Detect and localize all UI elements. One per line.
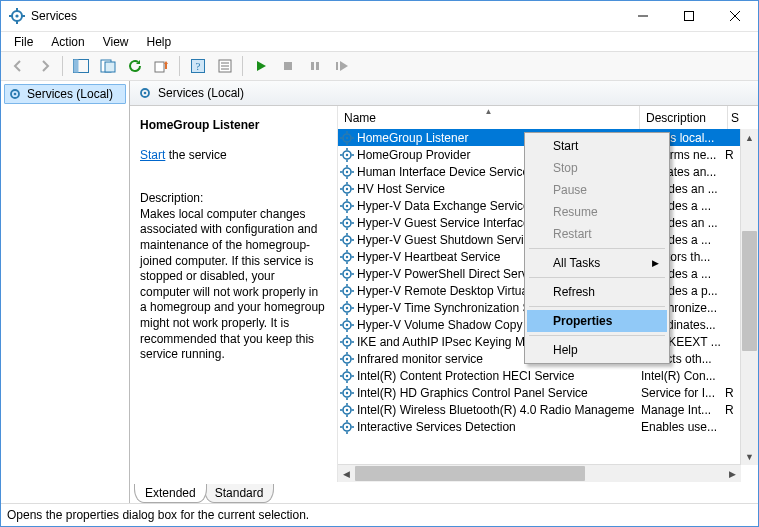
svg-point-132 <box>346 425 348 427</box>
svg-point-28 <box>144 92 147 95</box>
column-header-name[interactable]: Name ▲ <box>338 106 640 129</box>
service-status: R <box>722 403 740 417</box>
scroll-thumb[interactable] <box>355 466 585 481</box>
service-status: R <box>722 386 740 400</box>
properties-button[interactable] <box>212 54 237 78</box>
tab-strip: Extended Standard <box>130 482 758 503</box>
cm-refresh[interactable]: Refresh <box>527 281 667 303</box>
start-service-link[interactable]: Start <box>140 148 165 162</box>
start-service-button[interactable] <box>248 54 273 78</box>
pause-service-button[interactable] <box>302 54 327 78</box>
scroll-right-icon[interactable]: ▶ <box>724 465 741 482</box>
tab-extended[interactable]: Extended <box>134 484 207 503</box>
export-button[interactable] <box>149 54 174 78</box>
tab-standard[interactable]: Standard <box>204 484 275 503</box>
statusbar: Opens the properties dialog box for the … <box>1 503 758 526</box>
menu-help[interactable]: Help <box>140 34 179 50</box>
cm-separator <box>529 335 665 336</box>
svg-point-36 <box>346 153 348 155</box>
scroll-down-icon[interactable]: ▼ <box>741 448 758 465</box>
window-title: Services <box>31 9 77 23</box>
gear-icon <box>8 87 22 101</box>
gear-icon <box>340 131 354 145</box>
svg-point-96 <box>346 323 348 325</box>
svg-rect-13 <box>105 62 115 72</box>
toolbar-separator <box>179 56 180 76</box>
content-header: Services (Local) <box>130 81 758 106</box>
gear-icon <box>340 335 354 349</box>
cm-restart[interactable]: Restart <box>527 223 667 245</box>
services-gear-icon <box>9 8 25 24</box>
cm-help[interactable]: Help <box>527 339 667 361</box>
help-button[interactable]: ? <box>185 54 210 78</box>
table-row[interactable]: Intel(R) HD Graphics Control Panel Servi… <box>338 384 758 401</box>
svg-point-42 <box>346 170 348 172</box>
gear-icon <box>340 216 354 230</box>
vertical-scrollbar[interactable]: ▲ ▼ <box>740 129 758 465</box>
service-description: Intel(R) Con... <box>635 369 722 383</box>
menu-file[interactable]: File <box>7 34 40 50</box>
service-name: Intel(R) HD Graphics Control Panel Servi… <box>357 386 588 400</box>
table-row[interactable]: Intel(R) Wireless Bluetooth(R) 4.0 Radio… <box>338 401 758 418</box>
svg-point-1 <box>15 14 18 17</box>
forward-button[interactable] <box>32 54 57 78</box>
table-row[interactable]: Intel(R) Content Protection HECI Service… <box>338 367 758 384</box>
svg-text:?: ? <box>195 60 200 72</box>
cm-all-tasks[interactable]: All Tasks▶ <box>527 252 667 274</box>
svg-rect-24 <box>336 62 338 70</box>
service-name: Hyper-V PowerShell Direct Service <box>357 267 543 281</box>
menu-action[interactable]: Action <box>44 34 91 50</box>
svg-point-26 <box>14 93 17 96</box>
scroll-thumb[interactable] <box>742 231 757 351</box>
content-header-text: Services (Local) <box>158 86 244 100</box>
restart-service-button[interactable] <box>329 54 354 78</box>
gear-icon <box>340 165 354 179</box>
svg-rect-15 <box>191 60 204 73</box>
maximize-button[interactable] <box>666 1 712 31</box>
close-button[interactable] <box>712 1 758 31</box>
horizontal-scrollbar[interactable]: ◀ ▶ <box>338 464 741 482</box>
services-window: Services File Action View Help ? <box>0 0 759 527</box>
cm-separator <box>529 248 665 249</box>
service-name: Hyper-V Guest Shutdown Service <box>357 233 536 247</box>
svg-point-102 <box>346 340 348 342</box>
cm-properties-label: Properties <box>553 314 612 328</box>
service-description: Manage Int... <box>635 403 722 417</box>
cm-properties[interactable]: Properties <box>527 310 667 332</box>
svg-rect-10 <box>73 60 88 73</box>
back-button[interactable] <box>5 54 30 78</box>
service-status: R <box>722 148 740 162</box>
export-list-button[interactable] <box>95 54 120 78</box>
svg-point-120 <box>346 391 348 393</box>
cm-start[interactable]: Start <box>527 135 667 157</box>
svg-point-84 <box>346 289 348 291</box>
scroll-up-icon[interactable]: ▲ <box>741 129 758 146</box>
refresh-button[interactable] <box>122 54 147 78</box>
service-name: Human Interface Device Service <box>357 165 529 179</box>
context-menu: Start Stop Pause Resume Restart All Task… <box>524 132 670 364</box>
cm-separator <box>529 277 665 278</box>
cm-resume[interactable]: Resume <box>527 201 667 223</box>
cm-separator <box>529 306 665 307</box>
column-header-status[interactable]: S <box>728 106 746 129</box>
svg-rect-23 <box>316 62 319 70</box>
toolbar: ? <box>1 51 758 81</box>
cm-stop[interactable]: Stop <box>527 157 667 179</box>
svg-point-30 <box>346 136 348 138</box>
main-area: Services (Local) Services (Local) HomeGr… <box>1 81 758 503</box>
stop-service-button[interactable] <box>275 54 300 78</box>
cm-pause[interactable]: Pause <box>527 179 667 201</box>
menu-view[interactable]: View <box>96 34 136 50</box>
tree-item-services-local[interactable]: Services (Local) <box>4 84 126 104</box>
minimize-button[interactable] <box>620 1 666 31</box>
service-name: Intel(R) Content Protection HECI Service <box>357 369 574 383</box>
scroll-left-icon[interactable]: ◀ <box>338 465 355 482</box>
gear-icon <box>340 369 354 383</box>
column-header-description[interactable]: Description <box>640 106 728 129</box>
toolbar-separator <box>242 56 243 76</box>
svg-rect-7 <box>685 12 694 21</box>
list-pane: Name ▲ Description S HomeGroup ListenerM… <box>337 106 758 482</box>
column-header-name-label: Name <box>344 111 376 125</box>
table-row[interactable]: Interactive Services DetectionEnables us… <box>338 418 758 435</box>
show-hide-tree-button[interactable] <box>68 54 93 78</box>
